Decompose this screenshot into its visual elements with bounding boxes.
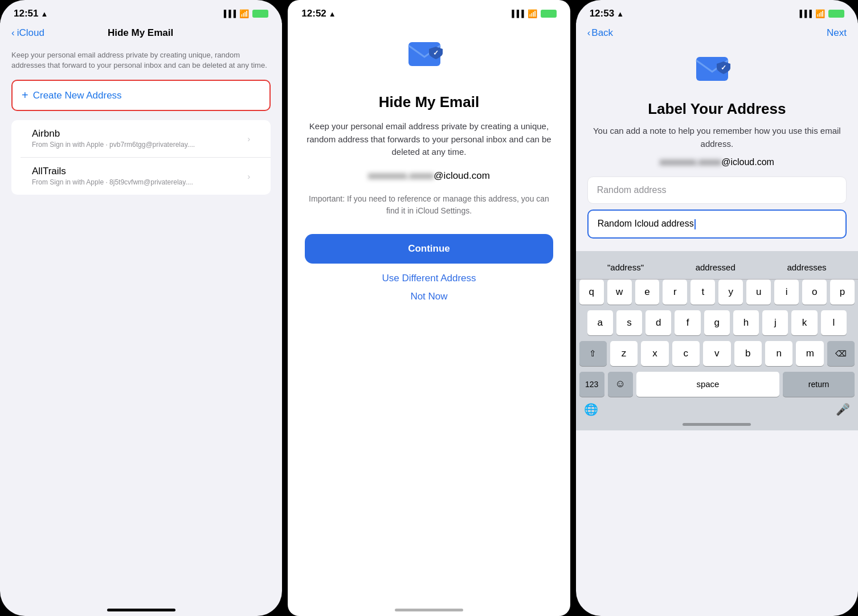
keyboard-row-1: q w e r t y u i o p (576, 280, 858, 305)
list-item-alltrails[interactable]: AllTrails From Sign in with Apple · 8j5t… (23, 158, 259, 194)
status-time-3: 12:53 ▲ (590, 8, 624, 19)
key-k[interactable]: k (791, 310, 817, 335)
suggestion-0[interactable]: "address" (603, 260, 648, 274)
key-t[interactable]: t (691, 280, 715, 305)
key-e[interactable]: e (635, 280, 660, 305)
key-f[interactable]: f (675, 310, 700, 335)
key-b[interactable]: b (734, 341, 762, 366)
key-d[interactable]: d (645, 310, 671, 335)
status-icons-1: ▐▐▐ 📶 (222, 9, 269, 18)
key-y[interactable]: y (718, 280, 743, 305)
continue-button[interactable]: Continue (305, 234, 553, 264)
panel3-icon-container: ✓ (576, 51, 858, 91)
globe-icon[interactable]: 🌐 (584, 403, 598, 416)
home-bar-1 (107, 609, 175, 611)
delete-key[interactable]: ⌫ (827, 341, 855, 366)
status-time-2: 12:52 ▲ (301, 8, 336, 19)
mic-icon[interactable]: 🎤 (836, 403, 850, 416)
status-icons-3: ▐▐▐ 📶 (797, 9, 844, 18)
email-blurred-part: xxxxxxxx.xxxxx (368, 170, 434, 181)
panel2-content: ✓ Hide My Email Keep your personal email… (288, 23, 570, 327)
key-z[interactable]: z (610, 341, 638, 366)
list-item-airbnb[interactable]: Airbnb From Sign in with Apple · pvb7rm6… (23, 120, 259, 157)
key-p[interactable]: p (830, 280, 855, 305)
key-l[interactable]: l (821, 310, 847, 335)
keyboard-row-3: ⇧ z x c v b n m ⌫ (576, 341, 858, 366)
space-key[interactable]: space (636, 372, 780, 397)
back-button-3[interactable]: ‹ Back (587, 27, 613, 39)
nav-bar-1: ‹ iCloud Hide My Email (0, 23, 282, 46)
status-bar-2: 12:52 ▲ ▐▐▐ 📶 (288, 0, 570, 23)
wifi-icon-1: 📶 (239, 9, 249, 18)
keyboard-row-4: 123 ☺ space return (576, 372, 858, 400)
panel3-description: You can add a note to help you remember … (576, 125, 858, 150)
key-g[interactable]: g (704, 310, 730, 335)
key-m[interactable]: m (796, 341, 823, 366)
create-new-address-button[interactable]: + Create New Address (11, 80, 271, 111)
battery-icon-2 (541, 10, 557, 18)
key-v[interactable]: v (703, 341, 730, 366)
key-x[interactable]: x (641, 341, 668, 366)
key-o[interactable]: o (802, 280, 827, 305)
panel2-description: Keep your personal email address private… (305, 120, 553, 159)
key-r[interactable]: r (663, 280, 687, 305)
keyboard-suggestions: "address" addressed addresses (576, 256, 858, 280)
wifi-icon-2: 📶 (528, 9, 537, 18)
next-button-3[interactable]: Next (827, 27, 847, 39)
panel3-title: Label Your Address (576, 100, 858, 118)
status-icons-2: ▐▐▐ 📶 (509, 9, 557, 18)
use-different-address-button[interactable]: Use Different Address (382, 273, 476, 284)
key-s[interactable]: s (616, 310, 642, 335)
icloud-back-button[interactable]: ‹ iCloud (11, 27, 44, 39)
key-w[interactable]: w (607, 280, 632, 305)
panel2-important: Important: If you need to reference or m… (305, 193, 553, 217)
key-c[interactable]: c (672, 341, 700, 366)
chevron-right-icon-alltrails: › (247, 171, 250, 181)
alltrails-title: AllTrails (32, 166, 193, 177)
numbers-key[interactable]: 123 (579, 372, 604, 397)
email-list: Airbnb From Sign in with Apple · pvb7rm6… (11, 120, 271, 195)
airbnb-title: Airbnb (32, 128, 195, 139)
return-key[interactable]: return (783, 372, 855, 397)
svg-text:✓: ✓ (433, 49, 439, 57)
battery-icon-1 (252, 10, 268, 18)
key-n[interactable]: n (765, 341, 792, 366)
key-h[interactable]: h (733, 310, 759, 335)
panel-2: 12:52 ▲ ▐▐▐ 📶 ✓ Hide My Email Keep your … (288, 0, 570, 616)
panel-3: 12:53 ▲ ▐▐▐ 📶 ‹ Back Next ✓ Label Your A… (576, 0, 858, 616)
panel3-email-blurred: xxxxxxxx.xxxxx (660, 157, 721, 167)
key-u[interactable]: u (746, 280, 771, 305)
plus-icon: + (22, 89, 28, 102)
panel3-email: xxxxxxxx.xxxxx@icloud.com (576, 157, 858, 167)
panel2-email: xxxxxxxx.xxxxx@icloud.com (368, 170, 490, 182)
key-a[interactable]: a (587, 310, 613, 335)
nav-bar-3: ‹ Back Next (576, 23, 858, 46)
key-j[interactable]: j (762, 310, 788, 335)
chevron-left-icon: ‹ (11, 27, 15, 39)
battery-icon-3 (828, 10, 844, 18)
keyboard-row-2: a s d f g h j k l (576, 310, 858, 335)
input1-placeholder: Random address (597, 185, 667, 195)
location-icon-2: ▲ (329, 10, 336, 18)
keyboard: "address" addressed addresses q w e r t … (576, 251, 858, 430)
hide-my-email-icon: ✓ (406, 36, 452, 82)
wifi-icon-3: 📶 (815, 9, 825, 18)
key-q[interactable]: q (579, 280, 604, 305)
alltrails-subtitle: From Sign in with Apple · 8j5t9cvfwm@pri… (32, 178, 193, 186)
cursor (694, 219, 696, 229)
input2-value: Random Icloud address (598, 219, 694, 228)
airbnb-subtitle: From Sign in with Apple · pvb7rm6tgg@pri… (32, 141, 195, 149)
home-bar-2 (395, 609, 463, 611)
not-now-button[interactable]: Not Now (410, 291, 447, 302)
shift-key[interactable]: ⇧ (579, 341, 607, 366)
page-title-1: Hide My Email (44, 27, 236, 39)
label-input-1[interactable]: Random address (587, 176, 847, 204)
email-suffix: @icloud.com (434, 170, 490, 181)
suggestion-1[interactable]: addressed (691, 260, 740, 274)
status-bar-3: 12:53 ▲ ▐▐▐ 📶 (576, 0, 858, 23)
key-i[interactable]: i (774, 280, 799, 305)
label-input-2[interactable]: Random Icloud address (587, 210, 847, 239)
emoji-key[interactable]: ☺ (608, 372, 633, 397)
home-bar-3 (683, 423, 751, 426)
suggestion-2[interactable]: addresses (782, 260, 831, 274)
